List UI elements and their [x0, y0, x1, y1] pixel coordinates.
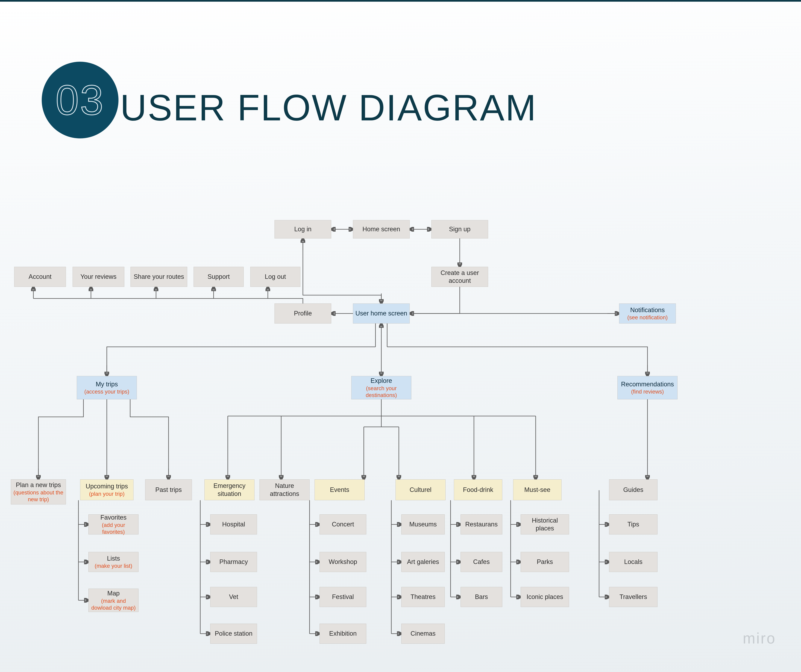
node-share-routes: Share your routes — [130, 267, 187, 287]
node-signup: Sign up — [431, 220, 488, 239]
node-historical: Historical places — [521, 515, 569, 534]
node-my-trips: My trips(access your trips) — [77, 376, 137, 399]
node-map: Map(mark and dowload city map) — [88, 589, 138, 612]
node-theatres: Theatres — [401, 587, 445, 607]
node-travellers: Travellers — [609, 587, 658, 607]
node-account: Account — [14, 267, 66, 287]
node-exhibition: Exhibition — [320, 624, 366, 644]
node-login: Log in — [275, 220, 331, 239]
node-create-account: Create a user account — [431, 267, 488, 287]
node-mustsee: Must-see — [513, 480, 561, 500]
node-your-reviews: Your reviews — [72, 267, 124, 287]
node-restaurans: Restaurans — [461, 515, 502, 534]
node-home-screen: Home screen — [353, 220, 410, 239]
node-cafes: Cafes — [461, 552, 502, 572]
node-locals: Locals — [609, 552, 658, 572]
node-notifications: Notifications(see notification) — [619, 303, 676, 324]
node-past-trips: Past trips — [145, 480, 192, 500]
node-profile: Profile — [275, 303, 331, 324]
node-festival: Festival — [320, 587, 366, 607]
node-culturel: Culturel — [396, 480, 446, 500]
node-parks: Parks — [521, 552, 569, 572]
node-hospital: Hospital — [210, 515, 257, 534]
node-logout: Log out — [250, 267, 301, 287]
node-recommendations: Recommendations(find reviews) — [618, 376, 677, 399]
node-vet: Vet — [210, 587, 257, 607]
node-guides: Guides — [609, 480, 658, 500]
node-iconic: Iconic places — [521, 587, 569, 607]
node-police: Police station — [210, 624, 257, 644]
node-bars: Bars — [461, 587, 502, 607]
miro-watermark: miro — [743, 630, 776, 647]
node-support: Support — [194, 267, 244, 287]
node-upcoming: Upcoming trips(plan your trip) — [80, 480, 134, 500]
node-workshop: Workshop — [320, 552, 366, 572]
node-favorites: Favorites(add your favorites) — [88, 515, 138, 534]
node-concert: Concert — [320, 515, 366, 534]
node-museums: Museums — [401, 515, 445, 534]
node-lists: Lists(make your list) — [88, 552, 138, 572]
node-pharmacy: Pharmacy — [210, 552, 257, 572]
node-emergency: Emergency situation — [204, 480, 254, 500]
diagram-canvas: Log in Home screen Sign up Create a user… — [0, 0, 801, 672]
node-galeries: Art galeries — [401, 552, 445, 572]
node-explore: Explore(search your destinations) — [351, 376, 411, 399]
node-tips: Tips — [609, 515, 658, 534]
node-food: Food-drink — [454, 480, 502, 500]
node-cinemas: Cinemas — [401, 624, 445, 644]
node-nature: Nature attractions — [259, 480, 310, 500]
node-user-home: User home screen — [353, 303, 410, 324]
node-events: Events — [315, 480, 365, 500]
node-plan-trip: Plan a new trips(questions about the new… — [11, 480, 66, 504]
